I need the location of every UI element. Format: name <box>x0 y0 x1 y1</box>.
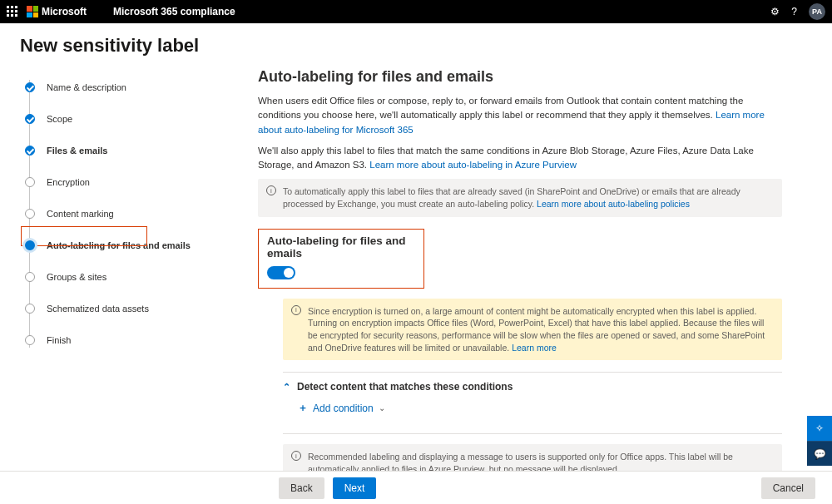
wizard-step[interactable]: Files & emails <box>25 135 250 166</box>
wizard-step[interactable]: Name & description <box>25 72 250 103</box>
account-avatar[interactable]: PA <box>809 3 825 20</box>
wizard-step[interactable]: Content marking <box>25 198 250 230</box>
learn-more-link[interactable]: Learn more about auto-labeling in Azure … <box>369 160 577 170</box>
chevron-down-icon: ⌄ <box>379 403 385 413</box>
toggle-heading: Auto-labeling for files and emails <box>267 235 415 259</box>
next-button[interactable]: Next <box>333 477 377 499</box>
page-header: New sensitivity label <box>0 23 832 62</box>
help-icon[interactable]: ? <box>791 6 797 17</box>
add-condition-button[interactable]: ＋ Add condition ⌄ <box>283 398 782 425</box>
wizard-footer: Back Next Cancel <box>0 471 832 504</box>
wizard-step-label: Auto-labeling for files and emails <box>47 240 191 250</box>
chevron-up-icon: ⌃ <box>283 382 290 393</box>
wizard-step[interactable]: Auto-labeling for files and emails <box>25 230 250 261</box>
info-icon: i <box>266 185 276 195</box>
product-title: Microsoft 365 compliance <box>113 6 235 17</box>
feedback-icon[interactable]: 💬 <box>807 441 832 466</box>
learn-more-link[interactable]: Learn more about auto-labeling policies <box>537 199 690 209</box>
info-message-bar: i To automatically apply this label to f… <box>258 179 782 216</box>
feedback-dock: ✧ 💬 <box>807 416 832 466</box>
wizard-nav: Name & description Scope Files & emails … <box>0 62 250 504</box>
wizard-step-label: Finish <box>47 335 71 345</box>
highlight-annotation: Auto-labeling for files and emails <box>258 229 424 289</box>
wizard-step[interactable]: Schematized data assets <box>25 293 250 324</box>
conditions-section-header[interactable]: ⌃ Detect content that matches these cond… <box>283 373 782 398</box>
intro-paragraph: We'll also apply this label to files tha… <box>258 144 782 173</box>
section-heading: Auto-labeling for files and emails <box>258 68 782 86</box>
page-title: New sensitivity label <box>20 35 812 57</box>
intro-paragraph: When users edit Office files or compose,… <box>258 94 782 137</box>
auto-labeling-toggle[interactable] <box>267 266 295 279</box>
wizard-step-label: Scope <box>47 114 72 124</box>
global-header: Microsoft Microsoft 365 compliance ⚙ ? P… <box>0 0 832 23</box>
wizard-step-label: Name & description <box>47 82 126 92</box>
wizard-step[interactable]: Scope <box>25 103 250 135</box>
plus-icon: ＋ <box>298 401 308 415</box>
wizard-step-label: Content marking <box>47 209 114 219</box>
wizard-step[interactable]: Groups & sites <box>25 261 250 293</box>
microsoft-logo: Microsoft <box>27 6 87 17</box>
app-launcher-icon[interactable] <box>7 6 18 17</box>
cancel-button[interactable]: Cancel <box>761 477 815 499</box>
wizard-step-label: Encryption <box>47 177 90 187</box>
conditions-heading: Detect content that matches these condit… <box>297 381 513 393</box>
wizard-step-label: Schematized data assets <box>47 304 149 314</box>
wizard-step[interactable]: Finish <box>25 324 250 356</box>
info-icon: i <box>291 305 301 315</box>
wizard-step-label: Files & emails <box>47 146 107 156</box>
info-icon: i <box>291 451 301 461</box>
wizard-step-label: Groups & sites <box>47 272 106 282</box>
back-button[interactable]: Back <box>279 477 324 499</box>
wizard-step[interactable]: Encryption <box>25 166 250 198</box>
learn-more-link[interactable]: Learn more <box>512 343 557 353</box>
lightbulb-icon[interactable]: ✧ <box>807 416 832 441</box>
vendor-name: Microsoft <box>42 6 87 17</box>
warning-message-bar: i Since encryption is turned on, a large… <box>283 299 782 361</box>
settings-icon[interactable]: ⚙ <box>770 6 780 17</box>
main-content: Auto-labeling for files and emails When … <box>250 62 832 504</box>
